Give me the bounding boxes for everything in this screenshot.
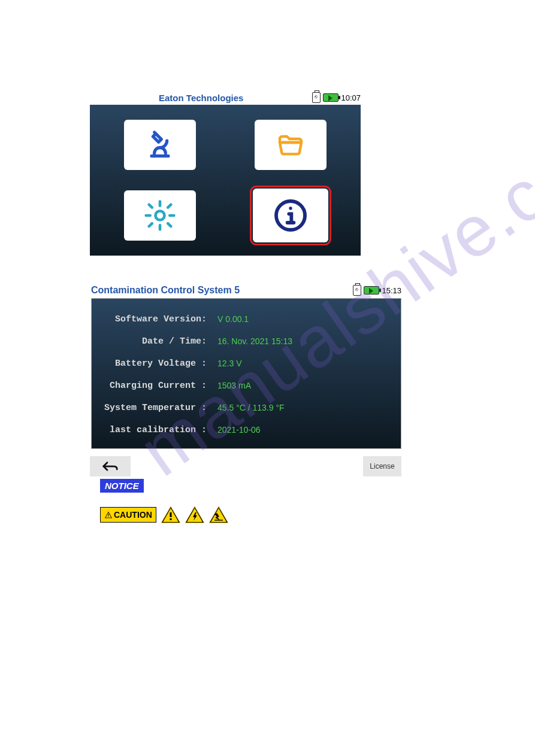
back-arrow-icon [101,460,119,472]
value-datetime: 16. Nov. 2021 15:13 [217,336,292,347]
battery-icon [364,286,379,294]
info-icon [271,196,310,235]
label-charging-current: Charging Current : [104,381,217,391]
clock-2: 15:13 [382,286,401,295]
usb-icon [312,92,321,103]
svg-rect-6 [170,518,171,520]
back-button[interactable] [90,456,131,476]
warning-icon [104,511,113,518]
row-software-version: Software Version: V 0.00.1 [104,314,389,324]
row-last-calibration: last calibration : 2021-10-06 [104,425,389,435]
value-charging-current: 1503 mA [217,381,251,391]
screen1-title: Eaton Technologies [90,93,312,103]
value-battery-voltage: 12.3 V [217,359,241,369]
screen2-header: Contamination Control System 5 15:13 [91,285,401,296]
row-battery-voltage: Battery Voltage : 12.3 V [104,359,389,369]
svg-point-0 [156,211,165,220]
info-tile[interactable] [253,189,328,242]
button-row: License [90,456,401,476]
svg-rect-3 [108,514,108,515]
label-last-calibration: last calibration : [104,425,217,435]
value-system-temp: 45.5 °C / 113.9 °F [217,403,285,413]
folder-icon [274,130,307,159]
warning-triangle-icon [161,506,180,523]
screen1-header: Eaton Technologies 10:07 [90,92,361,103]
label-battery-voltage: Battery Voltage : [104,359,217,369]
clock-1: 10:07 [341,93,361,102]
value-software-version: V 0.00.1 [217,314,249,324]
gear-icon [143,199,177,232]
settings-tile[interactable] [124,190,196,241]
svg-point-2 [289,207,292,210]
electric-hazard-icon [185,506,204,523]
folder-tile[interactable] [255,120,327,170]
svg-rect-5 [170,512,171,517]
row-datetime: Date / Time: 16. Nov. 2021 15:13 [104,336,389,347]
battery-icon [323,93,338,102]
notice-badge: NOTICE [100,479,144,493]
label-software-version: Software Version: [104,314,217,324]
hazard-row: CAUTION [100,506,228,523]
label-system-temp: System Temperatur : [104,403,217,413]
microscope-icon [143,128,177,162]
row-charging-current: Charging Current : 1503 mA [104,381,389,391]
value-last-calibration: 2021-10-06 [217,425,261,435]
ground-hazard-icon [209,506,228,523]
usb-icon [353,285,361,296]
main-menu [90,105,361,256]
info-panel: Software Version: V 0.00.1 Date / Time: … [91,298,401,449]
caution-text: CAUTION [114,510,152,520]
label-datetime: Date / Time: [104,336,217,347]
status-icons-2: 15:13 [353,285,401,296]
screen2-title: Contamination Control System 5 [91,285,353,296]
row-system-temp: System Temperatur : 45.5 °C / 113.9 °F [104,403,389,413]
caution-badge: CAUTION [100,507,156,523]
status-icons-1: 10:07 [312,92,361,103]
license-button[interactable]: License [363,456,401,476]
svg-rect-4 [108,516,108,517]
microscope-tile[interactable] [124,120,196,170]
